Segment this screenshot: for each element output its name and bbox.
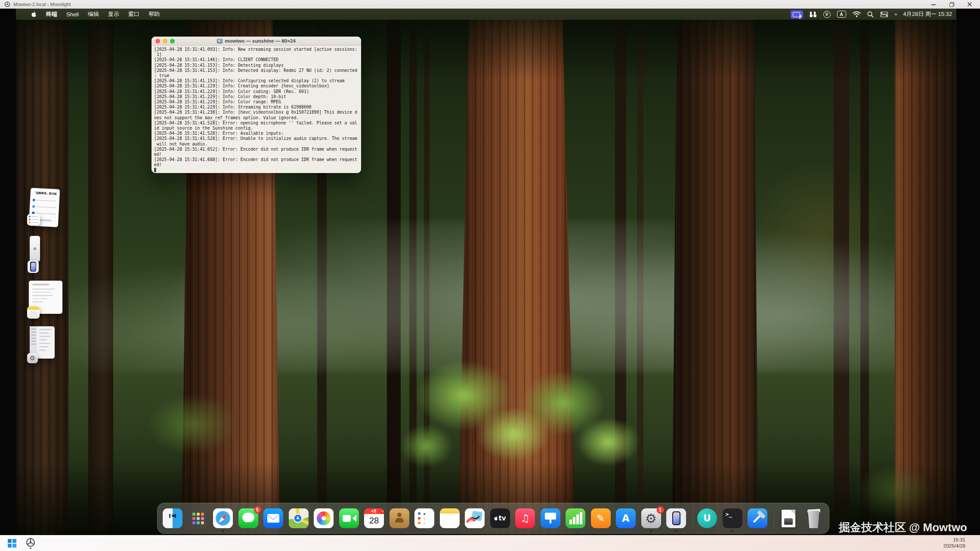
menu-terminal[interactable]: 终端 xyxy=(46,10,57,18)
moonlight-window: Mowtwo-2.local - Moonlight 终端 Shell 编辑 显… xyxy=(0,0,980,551)
maps-icon xyxy=(289,508,309,528)
terminal-window: mowtwo — sunshine — 80×24 [2025-04-28 15… xyxy=(151,37,361,173)
terminal-document-icon xyxy=(217,39,223,43)
messages-badge: 5 xyxy=(254,506,261,514)
dock-separator xyxy=(692,507,692,529)
control-center-icon[interactable] xyxy=(880,12,888,17)
dock-icon-system-settings[interactable]: 1 ⚙ xyxy=(641,508,661,528)
mac-desktop: 终端 Shell 编辑 显示 窗口 帮助 A xyxy=(16,9,956,535)
taskbar-moonlight-icon[interactable] xyxy=(26,538,35,549)
dock-icon-facetime[interactable] xyxy=(339,508,359,528)
terminal-titlebar[interactable]: mowtwo — sunshine — 80×24 xyxy=(151,37,361,46)
hammer-icon xyxy=(748,508,767,528)
system-settings-app-icon[interactable] xyxy=(27,353,38,363)
trash-basket-icon xyxy=(807,511,821,528)
dock-icon-photos[interactable] xyxy=(314,508,334,528)
menu-shell[interactable]: Shell xyxy=(66,11,79,18)
menu-help[interactable]: 帮助 xyxy=(148,10,160,18)
dock-icon-launchpad[interactable] xyxy=(188,508,208,528)
apple-logo-icon xyxy=(494,516,498,521)
dock-icon-keynote[interactable] xyxy=(541,508,560,528)
dock-icon-maps[interactable] xyxy=(289,508,309,528)
envelope-icon xyxy=(263,508,283,528)
taskbar-clock[interactable]: 15:31 2025/4/28 xyxy=(943,537,980,549)
pen-icon: ✎ xyxy=(591,508,611,528)
dock-icon-reminders[interactable] xyxy=(414,508,434,528)
appletv-label: tv xyxy=(499,514,506,522)
apple-menu-icon[interactable] xyxy=(31,11,37,18)
dock-icon-messages[interactable]: 5 xyxy=(238,508,258,528)
terminal-prompt-icon: >_ xyxy=(723,508,742,528)
dock-icon-iphone-mirroring[interactable] xyxy=(666,508,686,528)
utm-u-label: U xyxy=(697,508,717,528)
dock-icon-pages[interactable]: ✎ xyxy=(591,508,611,528)
dock-icon-notes[interactable] xyxy=(440,508,460,528)
dock-icon-calendar[interactable]: 1 4月 28 xyxy=(364,508,384,528)
terminal-output[interactable]: [2025-04-28 15:31:41.093]: Info: New str… xyxy=(151,46,361,173)
appstore-a-label: A xyxy=(616,508,636,528)
terminal-log-text: [2025-04-28 15:31:41.093]: Info: New str… xyxy=(154,47,359,168)
windows-taskbar: 15:31 2025/4/28 xyxy=(0,535,980,551)
safari-compass-icon xyxy=(213,508,233,528)
menubar-clock[interactable]: 4月28日 周一 15:32 xyxy=(903,10,952,18)
calendar-day-label: 28 xyxy=(364,514,384,527)
dock-icon-utm[interactable]: U xyxy=(697,508,717,528)
mac-menubar: 终端 Shell 编辑 显示 窗口 帮助 A xyxy=(16,9,956,20)
dock-icon-freeform[interactable] xyxy=(465,508,485,528)
dock-separator xyxy=(773,507,773,529)
menu-view[interactable]: 显示 xyxy=(108,10,119,18)
settings-badge: 1 xyxy=(657,506,664,514)
moonlight-logo-icon xyxy=(4,1,10,7)
close-button[interactable] xyxy=(967,2,972,7)
window-title: Mowtwo-2.local - Moonlight xyxy=(13,2,71,7)
bar-chart-icon xyxy=(566,508,585,528)
recording-indicator-dot xyxy=(895,13,897,15)
music-note-icon: ♫ xyxy=(515,508,535,528)
terminal-cursor xyxy=(154,168,156,172)
iphone-mirroring-app-icon[interactable] xyxy=(28,260,39,273)
reminders-app-icon[interactable] xyxy=(27,214,40,226)
dock-icon-contacts[interactable] xyxy=(390,508,409,528)
windows-titlebar: Mowtwo-2.local - Moonlight xyxy=(0,0,980,9)
menu-window[interactable]: 窗口 xyxy=(128,10,139,18)
document-page-icon xyxy=(782,510,795,527)
dock-icon-safari[interactable] xyxy=(213,508,233,528)
dock-icon-document[interactable] xyxy=(779,508,798,528)
dock-icon-mail[interactable] xyxy=(263,508,283,528)
binoculars-icon[interactable] xyxy=(810,12,817,17)
freeform-icon xyxy=(465,508,485,528)
menu-edit[interactable]: 编辑 xyxy=(88,10,99,18)
iphone-icon xyxy=(672,511,680,525)
dock-icon-music[interactable]: ♫ xyxy=(515,508,535,528)
dock-icon-appstore[interactable]: A xyxy=(616,508,636,528)
taskbar-date: 2025/4/28 xyxy=(943,543,965,549)
stage-thumbnail-iphone-mirroring[interactable] xyxy=(30,236,40,262)
notes-app-icon[interactable] xyxy=(27,306,40,319)
dock-icon-appletv[interactable]: tv xyxy=(490,508,510,528)
terminal-window-title: mowtwo — sunshine — 80×24 xyxy=(225,38,296,43)
taskbar-time: 15:31 xyxy=(943,537,965,543)
watermark-text: 掘金技术社区 @ Mowtwo xyxy=(839,520,967,535)
dock-icon-trash[interactable] xyxy=(804,508,824,528)
reminders-card-title: 「提醒事项」新功能 xyxy=(33,191,57,196)
dock: 5 1 4月 xyxy=(157,503,829,534)
restore-button[interactable] xyxy=(949,2,954,7)
screen-sharing-indicator[interactable] xyxy=(791,10,803,19)
dock-icon-terminal[interactable]: >_ xyxy=(723,508,742,528)
minimize-button[interactable] xyxy=(931,2,936,7)
v-circle-icon[interactable] xyxy=(823,11,831,18)
windows-start-button[interactable] xyxy=(8,539,16,548)
input-method-icon[interactable]: A xyxy=(837,11,846,18)
dock-icon-xcode[interactable] xyxy=(748,508,767,528)
dock-icon-finder[interactable] xyxy=(163,508,182,528)
dock-icon-numbers[interactable] xyxy=(566,508,585,528)
spotlight-search-icon[interactable] xyxy=(867,11,874,18)
wifi-icon[interactable] xyxy=(853,11,861,17)
